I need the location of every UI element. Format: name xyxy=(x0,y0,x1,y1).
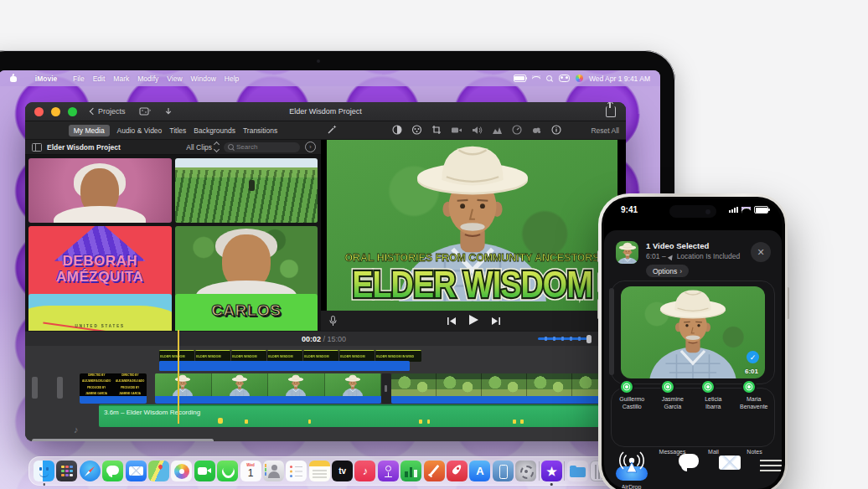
dock-numbers[interactable] xyxy=(400,461,421,481)
title-track-bar[interactable] xyxy=(159,361,410,371)
audio-marker[interactable] xyxy=(218,418,223,424)
viewer-video[interactable]: ORAL HISTORIES FROM COMMUNITY ANCESTORS … xyxy=(327,140,617,311)
menu-file[interactable]: File xyxy=(73,75,85,83)
zoom-slider-knob[interactable] xyxy=(586,335,592,343)
dock-reminders[interactable] xyxy=(286,461,307,481)
options-button[interactable]: Options› xyxy=(646,265,689,277)
timeline-horizontal-scrollbar[interactable] xyxy=(32,439,214,441)
tab-my-media[interactable]: My Media xyxy=(69,125,110,136)
selected-checkmark-icon[interactable]: ✓ xyxy=(747,351,759,363)
color-correction-icon[interactable] xyxy=(411,123,422,138)
clip-thumbnail-deborah-title-card[interactable]: DEBORAH AMÉZQUITA xyxy=(28,226,172,297)
sidebar-toggle-icon[interactable] xyxy=(32,143,42,152)
menu-window[interactable]: Window xyxy=(191,75,216,83)
garden-video-clip[interactable] xyxy=(391,373,617,396)
apple-menu-icon[interactable] xyxy=(10,75,17,82)
clip-thumbnail-carlos-title-card[interactable]: CARLOS PLASENCIA xyxy=(175,294,318,331)
import-arrow-icon[interactable] xyxy=(164,107,173,116)
dock-launchpad[interactable] xyxy=(56,461,77,481)
selected-video-preview[interactable]: ✓ 6:01 xyxy=(621,286,765,378)
clip-thumbnail-elder-woman-pink[interactable] xyxy=(28,158,172,223)
airdrop-contact-guillermo[interactable]: GuillermoCastillo xyxy=(613,393,650,411)
battery-icon[interactable] xyxy=(514,75,526,82)
tab-audio-video[interactable]: Audio & Video xyxy=(117,126,163,135)
dock-imovie[interactable]: ★ xyxy=(541,461,562,481)
minimize-window-button[interactable] xyxy=(51,107,60,116)
dock-iphone-mirroring[interactable] xyxy=(493,461,514,481)
dock-finder[interactable] xyxy=(34,461,54,481)
tab-transitions[interactable]: Transitions xyxy=(243,126,277,135)
title-clip[interactable]: ELDER WISDOM xyxy=(339,350,375,362)
title-clip[interactable]: ELDER WISDOM xyxy=(159,350,194,362)
menu-help[interactable]: Help xyxy=(225,75,239,83)
noise-reduction-icon[interactable] xyxy=(531,123,542,138)
dock-podcasts[interactable] xyxy=(378,461,399,481)
media-browser-icon[interactable] xyxy=(139,107,151,116)
stabilization-icon[interactable] xyxy=(451,123,462,138)
dock-rocket-app[interactable] xyxy=(447,461,468,481)
dock-music[interactable]: ♪ xyxy=(354,461,375,481)
menu-clock[interactable]: Wed Apr 1 9:41 AM xyxy=(589,75,650,83)
carousel-previous-item-edge[interactable] xyxy=(609,288,614,375)
dock-contacts[interactable] xyxy=(263,461,284,481)
dock-phone[interactable] xyxy=(217,461,238,481)
crop-icon[interactable] xyxy=(431,123,442,138)
audio-marker[interactable] xyxy=(520,420,524,424)
dock-facetime[interactable] xyxy=(194,461,215,481)
play-button[interactable] xyxy=(469,313,478,328)
filter-circle-icon[interactable]: › xyxy=(305,142,316,152)
close-window-button[interactable] xyxy=(34,107,44,116)
audio-marker[interactable] xyxy=(427,420,430,424)
dock-pages[interactable] xyxy=(424,461,445,481)
menu-modify[interactable]: Modify xyxy=(137,75,158,83)
playhead[interactable] xyxy=(178,330,179,424)
dock-photos[interactable] xyxy=(171,461,192,481)
previous-frame-button[interactable] xyxy=(447,313,456,328)
next-frame-button[interactable] xyxy=(492,313,500,328)
volume-icon[interactable] xyxy=(472,123,483,138)
title-clip[interactable]: ELDER WISDOM xyxy=(231,350,266,362)
dock-notes[interactable] xyxy=(309,461,330,481)
audio-marker[interactable] xyxy=(308,420,311,424)
clip-thumbnail-us-map[interactable]: UNITED STATES xyxy=(28,294,172,331)
airdrop-contact-maria[interactable]: MariaBenavente xyxy=(736,393,772,411)
dock-mail[interactable] xyxy=(126,461,147,481)
dock-appstore[interactable]: A xyxy=(469,461,490,481)
menu-view[interactable]: View xyxy=(167,75,182,83)
dock-calendar[interactable]: Wed1 xyxy=(240,461,261,481)
share-app-messages[interactable]: Messages xyxy=(654,446,691,489)
reset-all-button[interactable]: Reset All xyxy=(591,126,619,135)
audio-marker[interactable] xyxy=(419,420,422,424)
back-to-projects-button[interactable]: Projects xyxy=(90,107,126,116)
airdrop-contact-jasmine[interactable]: JasmineGarcia xyxy=(654,393,691,411)
dock-downloads-folder[interactable] xyxy=(567,461,588,481)
close-share-sheet-button[interactable]: ✕ xyxy=(751,242,771,262)
control-center-icon[interactable] xyxy=(559,75,570,82)
dock-maps[interactable] xyxy=(148,461,169,481)
enhance-wand-icon[interactable] xyxy=(327,123,338,138)
menu-edit[interactable]: Edit xyxy=(93,75,106,83)
dock-appletv[interactable]: tv xyxy=(332,461,353,481)
spotlight-icon[interactable] xyxy=(546,75,553,82)
window-titlebar[interactable]: Projects Elder Wisdom Project xyxy=(25,102,626,121)
timeline-zoom-slider[interactable] xyxy=(538,337,590,340)
clip-thumbnail-elder-woman-green[interactable] xyxy=(175,226,318,297)
siri-icon[interactable] xyxy=(576,75,583,82)
menu-imovie[interactable]: iMovie xyxy=(28,75,65,83)
audio-recording-clip[interactable]: 3.6m – Elder Wisdom Recording xyxy=(99,404,617,427)
eq-icon[interactable] xyxy=(492,123,503,138)
info-icon[interactable] xyxy=(551,123,561,138)
clip-edge-handle[interactable] xyxy=(57,377,63,399)
share-app-airdrop[interactable]: AirDrop xyxy=(613,446,650,489)
title-clip[interactable]: ELDER WISDOM xyxy=(267,350,302,362)
search-input[interactable]: Search xyxy=(224,142,300,152)
clip-thumbnail-field-worker[interactable] xyxy=(175,158,318,223)
clip-edge-handle[interactable] xyxy=(32,377,38,399)
speed-icon[interactable] xyxy=(512,123,522,138)
dock-messages[interactable] xyxy=(102,461,123,481)
transition-handle[interactable] xyxy=(381,373,391,404)
share-icon[interactable] xyxy=(606,106,616,117)
audio-marker[interactable] xyxy=(245,420,248,424)
share-app-notes[interactable]: Notes xyxy=(736,446,773,489)
title-clip[interactable]: ELDER WISDOM xyxy=(195,350,230,362)
